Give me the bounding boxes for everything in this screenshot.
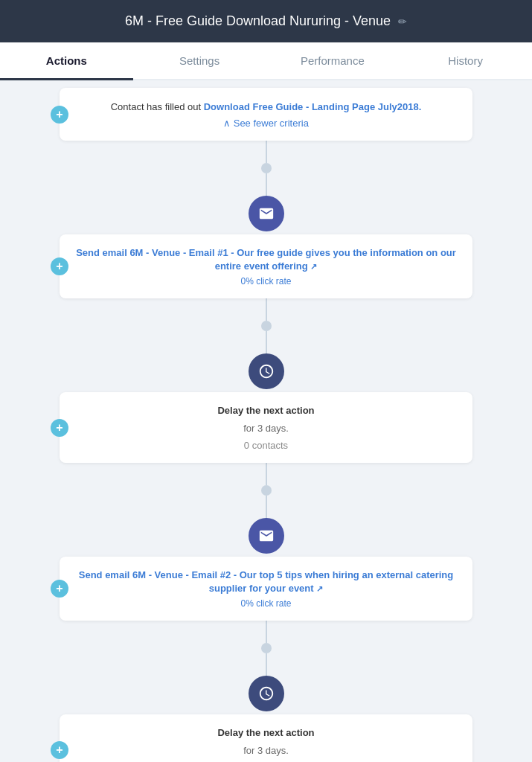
small-connector-dot — [261, 643, 272, 653]
email-card-1: + Send email 6M - Venue - Email #1 - Our… — [60, 234, 472, 298]
email-icon-2 — [249, 518, 284, 554]
email-svg-2 — [258, 528, 275, 544]
tab-actions[interactable]: Actions — [0, 42, 133, 79]
delay-svg-1 — [258, 363, 275, 380]
connector-line — [266, 653, 267, 676]
step-delay-2: + Delay the next action for 3 days. 0 co… — [60, 676, 472, 762]
delay-duration-2: for 3 days. — [74, 743, 458, 758]
connector-line — [266, 331, 267, 353]
connector-line — [266, 173, 267, 196]
delay-card-2: + Delay the next action for 3 days. 0 co… — [60, 714, 472, 762]
step-email-2: + Send email 6M - Venue - Email #2 - Our… — [60, 518, 472, 621]
email-icon-1 — [249, 196, 284, 231]
small-connector-dot — [261, 163, 272, 173]
main-content: + Contact has filled out Download Free G… — [0, 80, 532, 762]
email-card-2: + Send email 6M - Venue - Email #2 - Our… — [60, 557, 472, 621]
tab-performance[interactable]: Performance — [266, 42, 400, 79]
page-title: 6M - Free Guide Download Nururing - Venu… — [125, 13, 391, 29]
connector-line — [266, 298, 267, 321]
tab-bar: Actions Settings Performance History — [0, 42, 532, 80]
trigger-link[interactable]: Download Free Guide - Landing Page July2… — [204, 101, 422, 112]
delay-card-1: + Delay the next action for 3 days. 0 co… — [60, 392, 472, 463]
delay-svg-2 — [258, 685, 275, 702]
add-btn-delay-2[interactable]: + — [51, 741, 68, 759]
email-title-2: Send email 6M - Venue - Email #2 - Our t… — [74, 569, 458, 595]
email-stat-2: 0% click rate — [74, 598, 458, 609]
connector-line — [266, 496, 267, 518]
email-stat-1: 0% click rate — [74, 276, 458, 286]
add-action-btn[interactable]: + — [51, 106, 68, 124]
add-btn-delay-1[interactable]: + — [51, 419, 68, 437]
email-title-1: Send email 6M - Venue - Email #1 - Our f… — [74, 246, 458, 273]
see-fewer-btn[interactable]: ∧ See fewer criteria — [74, 118, 458, 129]
small-connector-dot — [261, 485, 272, 496]
trigger-card: + Contact has filled out Download Free G… — [60, 88, 472, 141]
step-email-1: + Send email 6M - Venue - Email #1 - Our… — [60, 196, 472, 298]
add-btn-1[interactable]: + — [51, 257, 68, 275]
delay-icon-1 — [249, 353, 284, 389]
edit-icon[interactable]: ✏ — [398, 16, 407, 28]
page-header: 6M - Free Guide Download Nururing - Venu… — [0, 0, 532, 42]
delay-icon-2 — [249, 676, 284, 711]
trigger-body: Contact has filled out — [111, 101, 204, 112]
add-btn-2[interactable]: + — [51, 580, 68, 598]
connector-line — [266, 141, 267, 163]
delay-duration-1: for 3 days. — [74, 421, 458, 436]
delay-title-2: Delay the next action — [74, 726, 458, 740]
small-connector-dot — [261, 321, 272, 331]
email-svg-1 — [258, 205, 275, 222]
delay-title-1: Delay the next action — [74, 404, 458, 417]
tab-settings[interactable]: Settings — [133, 42, 266, 79]
connector-line — [266, 463, 267, 485]
step-delay-1: + Delay the next action for 3 days. 0 co… — [60, 353, 472, 463]
tab-history[interactable]: History — [399, 42, 532, 79]
connector-line — [266, 621, 267, 643]
delay-contacts-1: 0 contacts — [74, 440, 458, 451]
